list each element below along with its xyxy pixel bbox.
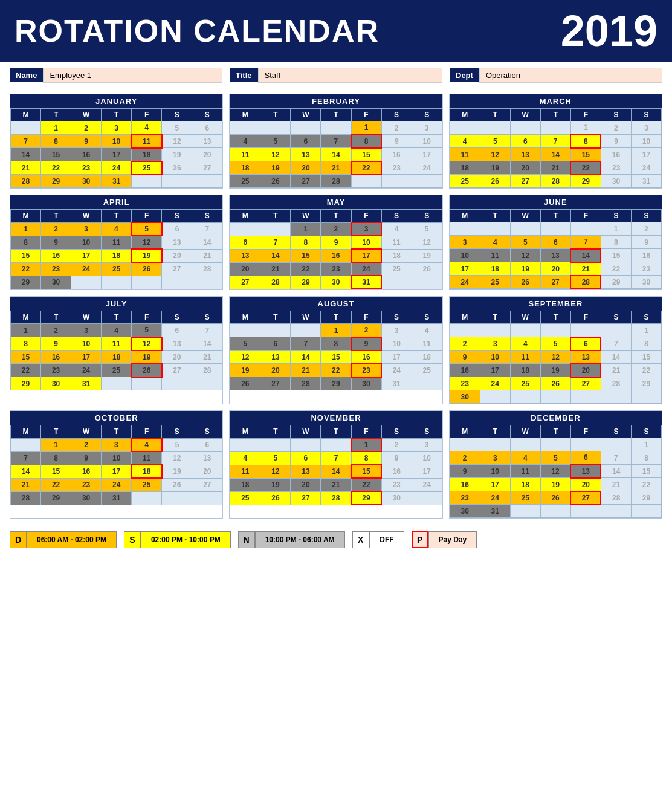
title-field: Title Staff xyxy=(230,68,442,83)
cal-day: 27 xyxy=(570,491,601,505)
cal-day: 22 xyxy=(351,478,381,491)
day-header: T xyxy=(102,311,132,324)
day-header: T xyxy=(102,109,132,121)
cal-day xyxy=(510,324,540,337)
day-header: S xyxy=(162,311,192,324)
day-header: M xyxy=(11,109,41,121)
cal-day: 18 xyxy=(132,465,162,478)
cal-day: 19 xyxy=(260,161,291,175)
day-header: W xyxy=(71,109,102,121)
cal-day xyxy=(510,390,540,404)
cal-day: 30 xyxy=(71,175,102,188)
cal-day: 25 xyxy=(230,491,260,505)
cal-day: 21 xyxy=(11,478,41,491)
cal-day: 22 xyxy=(351,161,381,175)
cal-day: 29 xyxy=(11,377,41,390)
cal-day: 8 xyxy=(41,451,71,465)
cal-day: 13 xyxy=(162,236,192,249)
cal-day xyxy=(260,121,291,135)
cal-table-february: MTWTFSS123456789101112131415161718192021… xyxy=(230,108,442,188)
cal-day: 14 xyxy=(321,148,351,161)
cal-day: 21 xyxy=(192,351,222,364)
cal-day: 14 xyxy=(260,249,291,262)
cal-day: 13 xyxy=(192,135,222,148)
cal-day: 15 xyxy=(11,249,41,262)
cal-table-march: MTWTFSS123456789101112131415161718192021… xyxy=(450,108,662,188)
cal-day: 19 xyxy=(162,148,192,161)
cal-day xyxy=(291,324,321,337)
cal-day: 8 xyxy=(631,451,661,465)
cal-day: 25 xyxy=(102,262,132,276)
day-header: T xyxy=(260,210,291,223)
cal-day: 20 xyxy=(162,351,192,364)
cal-day: 9 xyxy=(71,451,102,465)
cal-day: 3 xyxy=(450,236,480,249)
cal-day: 2 xyxy=(321,222,351,236)
cal-day xyxy=(132,377,162,390)
cal-day: 21 xyxy=(260,262,291,276)
day-header: T xyxy=(260,425,291,439)
month-may: MAYMTWTFSS123456789101112131415161718192… xyxy=(229,195,442,290)
cal-day xyxy=(480,438,510,451)
cal-day: 6 xyxy=(162,324,192,337)
cal-day: 29 xyxy=(631,377,661,390)
cal-day: 25 xyxy=(132,478,162,491)
cal-day: 8 xyxy=(11,337,41,351)
cal-day: 11 xyxy=(450,148,480,161)
cal-day: 18 xyxy=(381,249,412,262)
cal-day: 2 xyxy=(41,324,71,337)
cal-day: 7 xyxy=(192,324,222,337)
cal-day: 5 xyxy=(412,222,442,236)
cal-day: 31 xyxy=(71,377,102,390)
cal-day: 29 xyxy=(11,276,41,289)
cal-table-november: MTWTFSS123456789101112131415161718192021… xyxy=(230,425,442,505)
cal-day: 13 xyxy=(510,148,540,161)
cal-day: 9 xyxy=(351,337,381,351)
day-header: T xyxy=(41,311,71,324)
day-header: M xyxy=(230,311,260,324)
cal-day: 14 xyxy=(11,148,41,161)
cal-day: 5 xyxy=(132,222,162,236)
month-november: NOVEMBERMTWTFSS1234567891011121314151617… xyxy=(229,410,442,519)
cal-day xyxy=(260,222,291,236)
cal-day: 18 xyxy=(412,351,442,364)
cal-day: 22 xyxy=(321,364,351,377)
day-header: S xyxy=(412,109,442,121)
cal-day: 27 xyxy=(570,377,601,390)
cal-day: 15 xyxy=(631,351,661,364)
day-header: T xyxy=(260,109,291,121)
cal-day xyxy=(321,438,351,451)
cal-day: 23 xyxy=(71,161,102,175)
cal-day: 23 xyxy=(381,478,412,491)
cal-day xyxy=(570,222,601,236)
day-header: W xyxy=(291,425,321,439)
day-header: F xyxy=(351,210,381,223)
cal-day: 19 xyxy=(412,249,442,262)
day-header: T xyxy=(102,210,132,223)
cal-day: 12 xyxy=(132,337,162,351)
cal-day: 2 xyxy=(41,222,71,236)
cal-day: 27 xyxy=(162,262,192,276)
day-header: F xyxy=(132,210,162,223)
day-header: T xyxy=(480,311,510,324)
day-header: T xyxy=(321,109,351,121)
month-header-november: NOVEMBER xyxy=(230,411,442,425)
cal-day: 12 xyxy=(510,249,540,262)
cal-day: 28 xyxy=(601,491,631,505)
cal-day xyxy=(192,175,222,188)
cal-day xyxy=(570,505,601,518)
cal-day: 21 xyxy=(570,262,601,276)
cal-day: 1 xyxy=(631,438,661,451)
cal-day: 16 xyxy=(601,148,631,161)
day-header: F xyxy=(351,109,381,121)
cal-day: 30 xyxy=(450,505,480,518)
cal-day: 9 xyxy=(381,451,412,465)
header: ROTATION CALENDAR 2019 xyxy=(0,0,672,62)
cal-day: 3 xyxy=(71,324,102,337)
cal-day: 12 xyxy=(132,236,162,249)
cal-day: 25 xyxy=(510,491,540,505)
cal-day xyxy=(510,438,540,451)
cal-day: 24 xyxy=(450,276,480,289)
cal-day xyxy=(540,324,570,337)
legend-x-text: OFF xyxy=(369,531,404,548)
